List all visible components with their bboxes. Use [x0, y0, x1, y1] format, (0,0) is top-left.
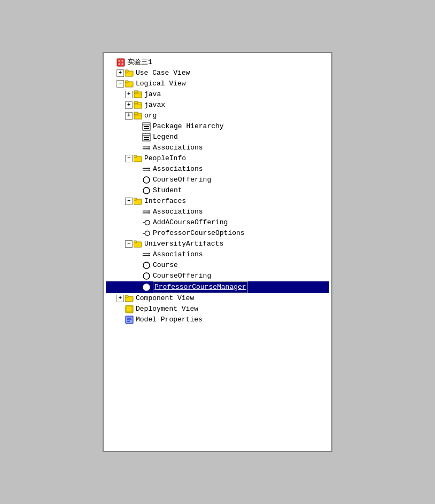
add-course-offering-icon	[142, 218, 151, 227]
university-artifacts-expander[interactable]: −	[125, 240, 133, 248]
add-course-offering-node[interactable]: AddACourseOffering	[106, 217, 329, 228]
svg-point-45	[145, 220, 150, 225]
org-node[interactable]: + org	[106, 111, 329, 121]
associations-univ-label: Associations	[153, 249, 203, 260]
course-offering-2-label: CourseOffering	[153, 271, 211, 281]
people-info-node[interactable]: − PeopleInfo	[106, 153, 329, 164]
interfaces-expander[interactable]: −	[125, 198, 133, 205]
root-label: 实验三1	[127, 57, 152, 68]
svg-point-55	[143, 273, 150, 279]
people-info-expander[interactable]: −	[125, 155, 133, 162]
student-node[interactable]: Student	[106, 185, 329, 196]
course-offering-1-node[interactable]: CourseOffering	[106, 175, 329, 185]
svg-marker-53	[149, 255, 150, 257]
course-offering-2-node[interactable]: CourseOffering	[106, 271, 329, 281]
java-label: java	[144, 89, 161, 100]
svg-rect-39	[134, 198, 137, 200]
svg-marker-51	[149, 253, 150, 255]
people-info-icon	[134, 154, 142, 163]
svg-point-37	[143, 187, 150, 194]
student-icon	[142, 186, 151, 195]
svg-rect-21	[144, 128, 149, 129]
javax-icon	[134, 101, 142, 109]
svg-marker-27	[149, 146, 150, 148]
model-properties-icon	[125, 316, 134, 324]
svg-point-56	[143, 284, 150, 290]
course-icon	[142, 261, 151, 270]
assoc-interfaces-icon	[142, 208, 151, 216]
logical-view-expander[interactable]: −	[116, 80, 124, 88]
svg-rect-3	[118, 63, 120, 65]
professor-course-manager-label: ProfessorCourseManager	[153, 281, 248, 293]
professor-course-options-label: ProfessorCourseOptions	[153, 228, 245, 239]
associations-people-node[interactable]: Associations	[106, 164, 329, 175]
use-case-expander[interactable]: +	[116, 69, 124, 77]
interfaces-folder-label: Interfaces	[144, 196, 186, 207]
javax-label: javax	[144, 100, 165, 111]
professor-course-options-icon	[142, 229, 151, 238]
use-case-view-node[interactable]: + Use Case View	[106, 68, 329, 78]
people-info-label: PeopleInfo	[144, 153, 186, 164]
logical-view-label: Logical View	[136, 78, 186, 89]
course-offering-1-label: CourseOffering	[153, 175, 211, 185]
component-view-icon	[125, 294, 134, 303]
svg-rect-16	[134, 112, 138, 114]
deployment-view-node[interactable]: Deployment View	[106, 304, 329, 314]
java-node[interactable]: + java	[106, 89, 329, 100]
course-label: Course	[153, 260, 178, 271]
logical-folder-icon	[125, 80, 134, 88]
legend-node[interactable]: Legend	[106, 132, 329, 143]
associations-top-node[interactable]: Associations	[106, 143, 329, 153]
university-artifacts-node[interactable]: − UniversityArtifacts	[106, 239, 329, 249]
org-icon	[134, 112, 142, 120]
legend-label: Legend	[153, 132, 178, 143]
package-hierarchy-icon	[142, 122, 151, 131]
svg-marker-29	[149, 148, 150, 150]
folder-icon	[125, 69, 134, 77]
svg-rect-4	[121, 63, 123, 65]
model-properties-node[interactable]: Model Properties	[106, 314, 329, 325]
svg-rect-6	[125, 70, 128, 72]
add-course-offering-label: AddACourseOffering	[153, 217, 228, 228]
associations-univ-node[interactable]: Associations	[106, 249, 329, 260]
component-view-expander[interactable]: +	[116, 295, 124, 302]
java-icon	[134, 90, 142, 99]
svg-marker-33	[149, 167, 150, 169]
professor-course-manager-node[interactable]: ProfessorCourseManager	[106, 281, 329, 293]
associations-interfaces-label: Associations	[153, 207, 203, 217]
svg-marker-43	[149, 212, 150, 214]
svg-rect-2	[121, 60, 123, 62]
package-hierarchy-node[interactable]: Package Hierarchy	[106, 121, 329, 132]
svg-rect-10	[134, 91, 138, 93]
org-expander[interactable]: +	[125, 112, 133, 120]
assoc-people-icon	[142, 165, 151, 174]
interfaces-folder-node[interactable]: − Interfaces	[106, 196, 329, 207]
use-case-label: Use Case View	[136, 68, 190, 78]
interfaces-folder-icon	[134, 197, 142, 206]
svg-marker-35	[149, 169, 150, 171]
org-label: org	[144, 111, 157, 121]
javax-expander[interactable]: +	[125, 101, 133, 109]
course-offering-2-icon	[142, 272, 151, 280]
student-label: Student	[153, 185, 182, 196]
associations-people-label: Associations	[153, 164, 203, 175]
legend-icon	[142, 133, 151, 141]
professor-course-manager-icon	[142, 283, 151, 292]
svg-rect-13	[134, 101, 138, 104]
svg-point-54	[143, 262, 150, 269]
university-artifacts-label: UniversityArtifacts	[144, 239, 223, 249]
logical-view-node[interactable]: − Logical View	[106, 78, 329, 89]
associations-interfaces-node[interactable]: Associations	[106, 207, 329, 217]
javax-node[interactable]: + javax	[106, 100, 329, 111]
root-node[interactable]: 实验三1	[106, 57, 329, 68]
course-node[interactable]: Course	[106, 260, 329, 271]
assoc-univ-icon	[142, 250, 151, 259]
professor-course-options-node[interactable]: ProfessorCourseOptions	[106, 228, 329, 239]
svg-point-36	[143, 177, 150, 183]
svg-rect-24	[144, 137, 149, 138]
svg-rect-1	[118, 60, 120, 62]
svg-rect-49	[134, 241, 137, 243]
java-expander[interactable]: +	[125, 91, 133, 98]
svg-rect-20	[144, 126, 149, 127]
component-view-node[interactable]: + Component View	[106, 293, 329, 304]
